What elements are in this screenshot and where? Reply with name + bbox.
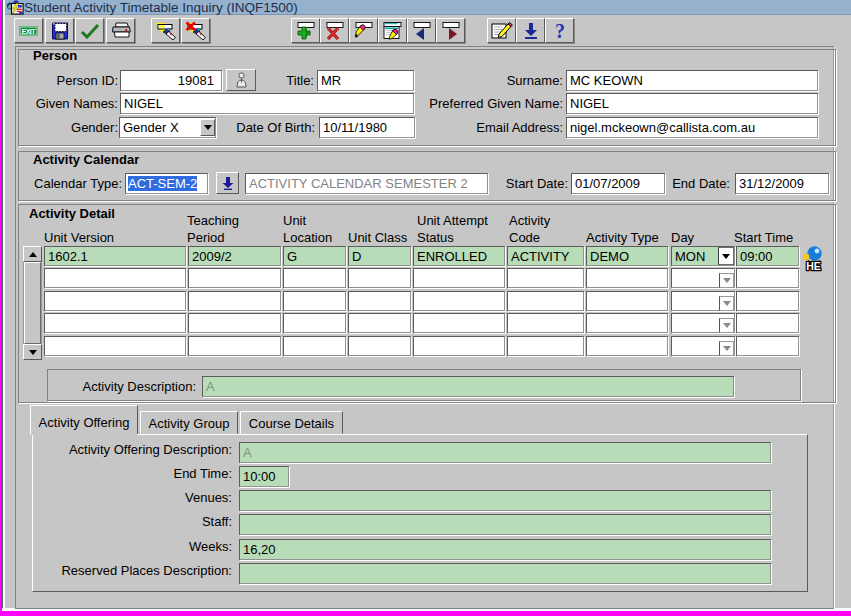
svg-text:HE: HE bbox=[806, 260, 821, 272]
svg-text:EXIT: EXIT bbox=[22, 28, 37, 35]
svg-text:?: ? bbox=[555, 20, 565, 41]
